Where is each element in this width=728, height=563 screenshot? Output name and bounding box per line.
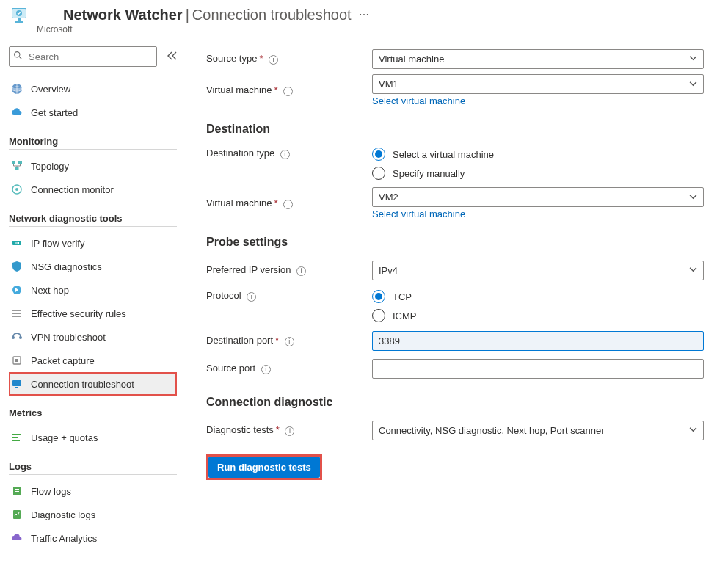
- sidebar-item-nsg-diagnostics[interactable]: NSG diagnostics: [9, 255, 177, 278]
- usage-icon: [10, 431, 23, 444]
- sidebar-item-overview[interactable]: Overview: [9, 77, 177, 101]
- more-button[interactable]: ⋯: [359, 6, 370, 23]
- sidebar-item-traffic-analytics[interactable]: Traffic Analytics: [9, 526, 177, 550]
- input-dest-port[interactable]: 3389: [372, 331, 704, 351]
- rules-icon: [10, 307, 23, 320]
- sidebar-item-connection-troubleshoot[interactable]: Connection troubleshoot: [9, 372, 177, 396]
- info-icon[interactable]: i: [283, 87, 293, 96]
- select-diagnostic-tests[interactable]: Connectivity, NSG diagnostic, Next hop, …: [372, 421, 704, 440]
- sidebar-item-connection-monitor[interactable]: Connection monitor: [9, 178, 177, 201]
- select-dest-vm[interactable]: VM2: [372, 187, 704, 207]
- radio-specify-manually[interactable]: Specify manually: [372, 167, 704, 180]
- radio-icon: [372, 148, 385, 161]
- radio-icmp[interactable]: ICMP: [372, 309, 704, 322]
- info-icon[interactable]: i: [247, 292, 256, 302]
- svg-rect-26: [12, 437, 18, 438]
- label-dest-vm: Virtual machine* i: [206, 197, 372, 209]
- diagnostic-logs-icon: [10, 508, 23, 521]
- select-source-vm[interactable]: VM1: [372, 74, 704, 94]
- sidebar-item-label: Traffic Analytics: [31, 533, 97, 544]
- sidebar-item-label: Diagnostic logs: [31, 509, 95, 520]
- radio-icon: [372, 309, 385, 322]
- input-src-port[interactable]: [372, 359, 704, 379]
- sidebar-item-effective-security-rules[interactable]: Effective security rules: [9, 302, 177, 325]
- sidebar-item-label: Get started: [31, 107, 78, 118]
- sidebar-item-ip-flow-verify[interactable]: IP flow verify: [9, 231, 177, 255]
- sidebar-item-label: IP flow verify: [31, 238, 84, 249]
- sidebar-item-diagnostic-logs[interactable]: Diagnostic logs: [9, 503, 177, 526]
- select-source-type[interactable]: Virtual machine: [372, 49, 704, 69]
- topology-icon: [10, 159, 23, 172]
- sidebar-item-vpn-troubleshoot[interactable]: VPN troubleshoot: [9, 325, 177, 349]
- select-ip-version[interactable]: IPv4: [372, 261, 704, 280]
- sidebar-item-label: Overview: [31, 84, 70, 95]
- info-icon[interactable]: i: [296, 266, 306, 276]
- main-content: Source type* i Virtual machine Virtual m…: [180, 42, 728, 559]
- sidebar: Overview Get started Monitoring Topology…: [0, 42, 180, 559]
- svg-rect-4: [15, 21, 23, 23]
- info-icon[interactable]: i: [269, 55, 278, 65]
- sidebar-item-next-hop[interactable]: Next hop: [9, 278, 177, 302]
- radio-select-vm[interactable]: Select a virtual machine: [372, 148, 704, 161]
- page-header: Network Watcher|Connection troubleshoot …: [0, 0, 728, 42]
- svg-point-13: [15, 188, 18, 191]
- collapse-icon[interactable]: [167, 51, 178, 62]
- svg-rect-29: [15, 489, 19, 490]
- info-icon[interactable]: i: [283, 200, 293, 209]
- label-source-type: Source type* i: [206, 53, 372, 65]
- radio-group-protocol: TCP ICMP: [372, 288, 704, 322]
- info-icon[interactable]: i: [285, 426, 294, 436]
- radio-icon: [372, 167, 385, 180]
- sidebar-item-packet-capture[interactable]: Packet capture: [9, 349, 177, 372]
- svg-point-20: [19, 336, 22, 339]
- search-input[interactable]: [9, 46, 157, 67]
- sidebar-item-label: Usage + quotas: [31, 432, 98, 443]
- label-ip-version: Preferred IP version i: [206, 264, 372, 276]
- title-sub: Connection troubleshoot: [192, 7, 352, 23]
- sidebar-item-label: Flow logs: [31, 486, 71, 497]
- label-destination-type: Destination type i: [206, 146, 372, 159]
- network-watcher-icon: [9, 6, 29, 26]
- radio-icon: [372, 290, 385, 303]
- next-hop-icon: [10, 283, 23, 297]
- section-destination: Destination: [206, 123, 728, 136]
- svg-rect-3: [18, 18, 21, 21]
- label-source-vm: Virtual machine* i: [206, 84, 372, 96]
- label-protocol: Protocol i: [206, 288, 372, 302]
- svg-rect-9: [12, 161, 15, 164]
- sidebar-item-get-started[interactable]: Get started: [9, 101, 177, 124]
- sidebar-item-label: Next hop: [31, 285, 69, 296]
- sidebar-item-topology[interactable]: Topology: [9, 154, 177, 178]
- link-select-dest-vm[interactable]: Select virtual machine: [372, 208, 465, 219]
- svg-rect-11: [15, 167, 19, 170]
- svg-rect-22: [15, 359, 18, 362]
- radio-group-destination-type: Select a virtual machine Specify manuall…: [372, 146, 704, 180]
- svg-point-19: [12, 336, 15, 339]
- chevron-down-icon: [689, 266, 697, 275]
- svg-rect-30: [15, 491, 19, 492]
- info-icon[interactable]: i: [280, 150, 290, 159]
- globe-icon: [10, 82, 23, 95]
- sidebar-item-label: Effective security rules: [31, 308, 126, 319]
- page-title: Network Watcher|Connection troubleshoot: [37, 6, 352, 23]
- svg-rect-27: [12, 440, 20, 441]
- run-diagnostic-button[interactable]: Run diagnostic tests: [208, 457, 320, 478]
- vpn-icon: [10, 330, 23, 344]
- info-icon[interactable]: i: [261, 365, 271, 374]
- label-dest-port: Destination port* i: [206, 335, 372, 346]
- link-select-source-vm[interactable]: Select virtual machine: [372, 95, 465, 106]
- svg-rect-10: [18, 161, 22, 164]
- info-icon[interactable]: i: [285, 337, 294, 346]
- svg-rect-24: [15, 387, 18, 388]
- sidebar-item-label: Packet capture: [31, 355, 95, 366]
- section-title-diagnostic: Network diagnostic tools: [9, 213, 177, 227]
- highlight-run-button: Run diagnostic tests: [206, 454, 322, 480]
- svg-rect-17: [12, 313, 21, 314]
- sidebar-item-usage-quotas[interactable]: Usage + quotas: [9, 426, 177, 449]
- sidebar-item-flow-logs[interactable]: Flow logs: [9, 479, 177, 503]
- radio-tcp[interactable]: TCP: [372, 290, 704, 303]
- chevron-down-icon: [689, 54, 697, 64]
- svg-rect-25: [12, 434, 21, 435]
- svg-rect-23: [12, 380, 21, 386]
- sidebar-item-label: Connection monitor: [31, 184, 114, 195]
